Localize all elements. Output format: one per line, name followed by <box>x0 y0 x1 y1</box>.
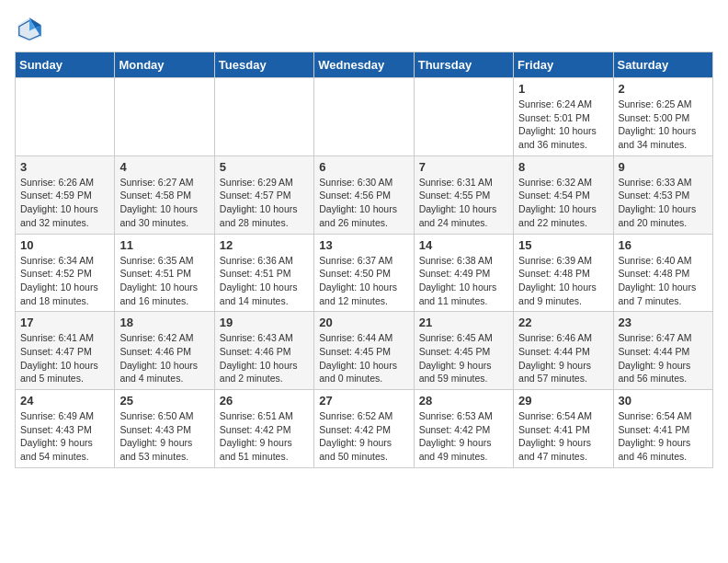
day-number: 9 <box>619 160 708 174</box>
day-header-friday: Friday <box>514 52 613 78</box>
day-number: 8 <box>518 160 608 174</box>
day-number: 10 <box>20 238 109 252</box>
calendar-week-1: 1Sunrise: 6:24 AM Sunset: 5:01 PM Daylig… <box>16 78 713 156</box>
calendar-cell: 14Sunrise: 6:38 AM Sunset: 4:49 PM Dayli… <box>414 234 513 312</box>
calendar-cell: 5Sunrise: 6:29 AM Sunset: 4:57 PM Daylig… <box>214 155 313 234</box>
calendar-header-row: SundayMondayTuesdayWednesdayThursdayFrid… <box>16 52 713 78</box>
day-number: 11 <box>119 238 209 252</box>
day-number: 2 <box>619 82 708 96</box>
day-number: 14 <box>419 238 508 252</box>
day-number: 6 <box>319 160 408 174</box>
calendar-cell <box>214 78 313 156</box>
day-number: 21 <box>419 316 508 329</box>
logo-icon <box>15 15 44 44</box>
calendar-cell: 25Sunrise: 6:50 AM Sunset: 4:43 PM Dayli… <box>115 390 214 468</box>
calendar-cell: 22Sunrise: 6:46 AM Sunset: 4:44 PM Dayli… <box>514 312 613 390</box>
calendar-cell: 11Sunrise: 6:35 AM Sunset: 4:51 PM Dayli… <box>115 234 214 312</box>
day-info: Sunrise: 6:53 AM Sunset: 4:42 PM Dayligh… <box>419 409 508 464</box>
page-header <box>15 15 713 44</box>
calendar-cell: 23Sunrise: 6:47 AM Sunset: 4:44 PM Dayli… <box>613 312 712 390</box>
day-info: Sunrise: 6:54 AM Sunset: 4:41 PM Dayligh… <box>619 409 708 464</box>
calendar-week-3: 10Sunrise: 6:34 AM Sunset: 4:52 PM Dayli… <box>16 234 713 312</box>
day-number: 29 <box>518 394 608 408</box>
day-info: Sunrise: 6:54 AM Sunset: 4:41 PM Dayligh… <box>518 409 608 464</box>
calendar-week-2: 3Sunrise: 6:26 AM Sunset: 4:59 PM Daylig… <box>16 155 713 234</box>
calendar-cell: 7Sunrise: 6:31 AM Sunset: 4:55 PM Daylig… <box>414 155 513 234</box>
calendar-cell: 13Sunrise: 6:37 AM Sunset: 4:50 PM Dayli… <box>314 234 414 312</box>
calendar-cell <box>115 78 214 156</box>
calendar-cell: 12Sunrise: 6:36 AM Sunset: 4:51 PM Dayli… <box>214 234 313 312</box>
day-info: Sunrise: 6:29 AM Sunset: 4:57 PM Dayligh… <box>220 176 309 230</box>
day-info: Sunrise: 6:46 AM Sunset: 4:44 PM Dayligh… <box>518 331 608 385</box>
day-header-wednesday: Wednesday <box>314 52 414 78</box>
day-number: 27 <box>319 394 408 408</box>
day-info: Sunrise: 6:31 AM Sunset: 4:55 PM Dayligh… <box>419 176 508 230</box>
calendar-cell: 6Sunrise: 6:30 AM Sunset: 4:56 PM Daylig… <box>314 155 414 234</box>
day-number: 4 <box>119 160 209 174</box>
calendar-cell: 29Sunrise: 6:54 AM Sunset: 4:41 PM Dayli… <box>514 390 613 468</box>
calendar-week-4: 17Sunrise: 6:41 AM Sunset: 4:47 PM Dayli… <box>16 312 713 390</box>
calendar-cell: 15Sunrise: 6:39 AM Sunset: 4:48 PM Dayli… <box>514 234 613 312</box>
day-info: Sunrise: 6:33 AM Sunset: 4:53 PM Dayligh… <box>619 176 708 230</box>
calendar-cell: 1Sunrise: 6:24 AM Sunset: 5:01 PM Daylig… <box>514 78 613 156</box>
day-number: 5 <box>220 160 309 174</box>
day-number: 12 <box>220 238 309 252</box>
calendar-cell: 19Sunrise: 6:43 AM Sunset: 4:46 PM Dayli… <box>214 312 313 390</box>
day-info: Sunrise: 6:42 AM Sunset: 4:46 PM Dayligh… <box>119 331 209 385</box>
calendar-cell: 16Sunrise: 6:40 AM Sunset: 4:48 PM Dayli… <box>613 234 712 312</box>
day-number: 20 <box>319 316 408 329</box>
calendar-cell: 4Sunrise: 6:27 AM Sunset: 4:58 PM Daylig… <box>115 155 214 234</box>
day-number: 1 <box>518 82 608 96</box>
calendar-cell: 28Sunrise: 6:53 AM Sunset: 4:42 PM Dayli… <box>414 390 513 468</box>
day-info: Sunrise: 6:51 AM Sunset: 4:42 PM Dayligh… <box>220 409 309 464</box>
day-info: Sunrise: 6:47 AM Sunset: 4:44 PM Dayligh… <box>619 331 708 385</box>
day-info: Sunrise: 6:50 AM Sunset: 4:43 PM Dayligh… <box>119 409 209 464</box>
calendar-cell: 26Sunrise: 6:51 AM Sunset: 4:42 PM Dayli… <box>214 390 313 468</box>
day-info: Sunrise: 6:30 AM Sunset: 4:56 PM Dayligh… <box>319 176 408 230</box>
day-info: Sunrise: 6:38 AM Sunset: 4:49 PM Dayligh… <box>419 254 508 308</box>
calendar-cell: 24Sunrise: 6:49 AM Sunset: 4:43 PM Dayli… <box>16 390 115 468</box>
day-info: Sunrise: 6:39 AM Sunset: 4:48 PM Dayligh… <box>518 254 608 308</box>
day-info: Sunrise: 6:49 AM Sunset: 4:43 PM Dayligh… <box>20 409 109 464</box>
calendar-cell: 8Sunrise: 6:32 AM Sunset: 4:54 PM Daylig… <box>514 155 613 234</box>
day-info: Sunrise: 6:35 AM Sunset: 4:51 PM Dayligh… <box>119 254 209 308</box>
day-number: 16 <box>619 238 708 252</box>
calendar-cell: 18Sunrise: 6:42 AM Sunset: 4:46 PM Dayli… <box>115 312 214 390</box>
day-number: 24 <box>20 394 109 408</box>
calendar-cell: 3Sunrise: 6:26 AM Sunset: 4:59 PM Daylig… <box>16 155 115 234</box>
day-number: 17 <box>20 316 109 329</box>
calendar-cell: 21Sunrise: 6:45 AM Sunset: 4:45 PM Dayli… <box>414 312 513 390</box>
day-header-sunday: Sunday <box>16 52 115 78</box>
day-info: Sunrise: 6:26 AM Sunset: 4:59 PM Dayligh… <box>20 176 109 230</box>
calendar-cell: 10Sunrise: 6:34 AM Sunset: 4:52 PM Dayli… <box>16 234 115 312</box>
calendar-cell <box>16 78 115 156</box>
day-number: 22 <box>518 316 608 329</box>
day-info: Sunrise: 6:27 AM Sunset: 4:58 PM Dayligh… <box>119 176 209 230</box>
day-number: 23 <box>619 316 708 329</box>
calendar-cell <box>314 78 414 156</box>
day-header-monday: Monday <box>115 52 214 78</box>
calendar-week-5: 24Sunrise: 6:49 AM Sunset: 4:43 PM Dayli… <box>16 390 713 468</box>
logo <box>15 15 48 44</box>
day-number: 15 <box>518 238 608 252</box>
calendar-cell: 20Sunrise: 6:44 AM Sunset: 4:45 PM Dayli… <box>314 312 414 390</box>
day-number: 13 <box>319 238 408 252</box>
day-info: Sunrise: 6:52 AM Sunset: 4:42 PM Dayligh… <box>319 409 408 464</box>
day-info: Sunrise: 6:24 AM Sunset: 5:01 PM Dayligh… <box>518 98 608 152</box>
day-info: Sunrise: 6:44 AM Sunset: 4:45 PM Dayligh… <box>319 331 408 385</box>
calendar: SundayMondayTuesdayWednesdayThursdayFrid… <box>15 52 713 468</box>
day-info: Sunrise: 6:34 AM Sunset: 4:52 PM Dayligh… <box>20 254 109 308</box>
calendar-cell: 2Sunrise: 6:25 AM Sunset: 5:00 PM Daylig… <box>613 78 712 156</box>
calendar-cell <box>414 78 513 156</box>
calendar-cell: 9Sunrise: 6:33 AM Sunset: 4:53 PM Daylig… <box>613 155 712 234</box>
day-number: 3 <box>20 160 109 174</box>
calendar-cell: 30Sunrise: 6:54 AM Sunset: 4:41 PM Dayli… <box>613 390 712 468</box>
day-number: 26 <box>220 394 309 408</box>
day-number: 19 <box>220 316 309 329</box>
day-info: Sunrise: 6:41 AM Sunset: 4:47 PM Dayligh… <box>20 331 109 385</box>
day-info: Sunrise: 6:32 AM Sunset: 4:54 PM Dayligh… <box>518 176 608 230</box>
day-number: 30 <box>619 394 708 408</box>
day-header-tuesday: Tuesday <box>214 52 313 78</box>
day-header-thursday: Thursday <box>414 52 513 78</box>
day-number: 25 <box>119 394 209 408</box>
